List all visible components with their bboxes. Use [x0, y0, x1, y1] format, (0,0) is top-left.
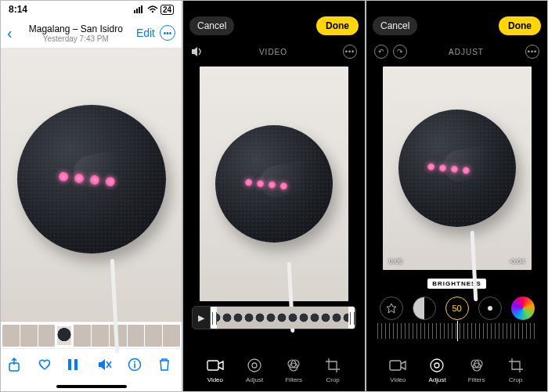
thumbnail-selected[interactable] [56, 325, 73, 347]
edit-topbar: Cancel Done [183, 10, 365, 41]
share-icon[interactable] [7, 358, 24, 372]
play-icon[interactable]: ▶ [193, 313, 210, 323]
thumbnail[interactable] [74, 325, 91, 347]
photos-viewer-panel: 8:14 24 ‹ Magalang – San Isidro Yesterda… [0, 0, 182, 392]
volume-icon[interactable] [191, 46, 204, 57]
more-button[interactable]: ••• [160, 25, 175, 41]
tab-adjust[interactable]: Adjust [246, 357, 263, 383]
more-icon[interactable]: ••• [343, 45, 357, 59]
video-scrubber[interactable]: ▶ [192, 306, 356, 329]
tab-label: Filters [468, 376, 485, 383]
edit-topbar: Cancel Done [366, 10, 547, 41]
tab-video[interactable]: Video [207, 357, 224, 383]
trash-icon[interactable] [158, 358, 175, 372]
svg-rect-2 [139, 7, 140, 13]
media-canvas[interactable] [1, 48, 182, 322]
done-button[interactable]: Done [499, 16, 541, 35]
svg-rect-11 [207, 361, 218, 370]
tab-label: Filters [285, 376, 302, 383]
adjust-icon [428, 357, 445, 374]
frame-strip[interactable] [210, 307, 355, 329]
cancel-button[interactable]: Cancel [189, 16, 234, 35]
svg-rect-3 [141, 5, 142, 13]
tab-video[interactable]: Video [389, 357, 406, 383]
time-overlay: 0:09 -0:04 [389, 257, 525, 265]
done-button[interactable]: Done [316, 16, 359, 35]
tab-label: Video [390, 376, 406, 383]
edit-button[interactable]: Edit [136, 27, 155, 39]
edit-tabbar: Video Adjust Filters Crop [183, 357, 365, 383]
tab-crop[interactable]: Crop [507, 357, 525, 383]
edit-mode-row: VIDEO ••• [183, 41, 365, 62]
tab-filters[interactable]: Filters [468, 357, 485, 383]
dial-highlights[interactable] [478, 297, 502, 320]
back-button[interactable]: ‹ [7, 24, 13, 42]
redo-icon[interactable]: ↷ [393, 45, 407, 59]
adjust-icon [246, 357, 263, 374]
tab-adjust[interactable]: Adjust [428, 357, 445, 383]
cellular-icon [134, 5, 145, 13]
svg-point-9 [134, 361, 135, 362]
dial-color[interactable] [511, 297, 535, 320]
video-icon [207, 357, 224, 374]
tab-label: Adjust [246, 376, 263, 383]
value-slider[interactable] [377, 323, 536, 339]
pause-icon[interactable] [67, 358, 85, 371]
crop-icon [324, 357, 341, 374]
thumbnail[interactable] [20, 325, 38, 347]
home-indicator[interactable] [56, 385, 127, 388]
tab-label: Crop [509, 376, 522, 383]
cancel-button[interactable]: Cancel [373, 16, 417, 35]
trim-handle-right[interactable] [348, 307, 355, 329]
wifi-icon [147, 5, 158, 13]
svg-rect-7 [74, 359, 78, 370]
info-icon[interactable] [128, 358, 145, 372]
header-title-group: Magalang – San Isidro Yesterday 7:43 PM [16, 23, 136, 43]
thumbnail[interactable] [2, 325, 20, 347]
crop-icon [507, 357, 525, 374]
filters-icon [285, 357, 302, 374]
filters-icon [468, 357, 485, 374]
svg-rect-6 [68, 359, 71, 370]
svg-point-18 [431, 359, 443, 372]
tab-crop[interactable]: Crop [324, 357, 341, 383]
thumbnail-strip[interactable] [1, 322, 182, 348]
edit-tabbar: Video Adjust Filters Crop [366, 357, 547, 383]
thumbnail[interactable] [163, 325, 180, 347]
edit-canvas[interactable] [200, 67, 348, 301]
status-bar: 8:14 24 [1, 1, 182, 18]
tab-label: Crop [326, 376, 339, 383]
bottom-toolbar [1, 348, 182, 379]
undo-icon[interactable]: ↶ [374, 45, 388, 59]
trim-handle-left[interactable] [211, 307, 217, 329]
thumbnail[interactable] [128, 325, 145, 347]
tab-filters[interactable]: Filters [285, 357, 302, 383]
favorite-icon[interactable] [38, 358, 55, 372]
svg-rect-17 [390, 361, 401, 370]
thumbnail[interactable] [145, 325, 162, 347]
thumbnail[interactable] [38, 325, 56, 347]
video-icon [389, 357, 406, 374]
svg-rect-10 [134, 363, 135, 368]
photo-subject-speaker [17, 105, 166, 254]
timestamp-subtitle: Yesterday 7:43 PM [16, 34, 136, 43]
time-remaining: -0:04 [509, 257, 525, 265]
edit-mode-label: VIDEO [259, 48, 287, 56]
adjust-dial-row[interactable]: 50 [366, 297, 547, 320]
edit-mode-row: ↶ ↷ ADJUST ••• [366, 41, 547, 62]
dial-exposure[interactable] [413, 297, 436, 320]
edit-mode-label: ADJUST [449, 48, 484, 56]
thumbnail[interactable] [92, 325, 109, 347]
mute-icon[interactable] [98, 358, 115, 371]
battery-icon: 24 [160, 5, 174, 15]
dial-brightness[interactable]: 50 [445, 297, 469, 320]
svg-point-4 [152, 11, 153, 13]
dial-auto[interactable] [380, 297, 403, 320]
location-title[interactable]: Magalang – San Isidro [16, 23, 136, 34]
nav-bar: ‹ Magalang – San Isidro Yesterday 7:43 P… [1, 18, 182, 48]
tab-label: Adjust [428, 376, 445, 383]
tab-label: Video [207, 376, 223, 383]
edit-canvas[interactable]: 0:09 -0:04 [383, 67, 532, 270]
more-icon[interactable]: ••• [525, 45, 539, 59]
edit-video-panel: Cancel Done VIDEO ••• ▶ Video [182, 0, 366, 392]
